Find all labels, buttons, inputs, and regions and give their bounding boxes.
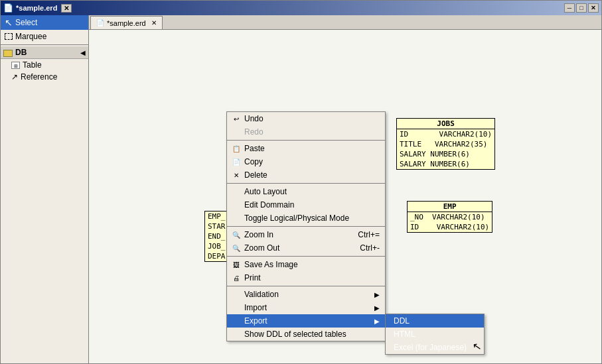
emp-table-header: EMP xyxy=(408,202,492,212)
print-icon: 🖨 xyxy=(231,273,242,283)
main-area: ↖ Select Marquee DB ◀ ⊞ Table ↗ Referenc… xyxy=(1,15,601,363)
sidebar-divider-1 xyxy=(1,44,88,45)
tool-select-label: Select xyxy=(15,18,37,27)
menu-redo-label: Redo xyxy=(244,127,263,137)
export-submenu: DDL HTML Excel (for Japanese) xyxy=(385,314,485,355)
title-bar-close-x[interactable]: ✕ xyxy=(61,4,72,13)
emp-erd-table[interactable]: EMP _NO VARCHAR2(10) ID VARCHAR2(10) xyxy=(407,201,492,233)
menu-auto-layout-label: Auto Layout xyxy=(244,187,287,196)
menu-edit-dommain[interactable]: Edit Dommain xyxy=(227,198,385,212)
undo-icon: ↩ xyxy=(231,113,242,124)
menu-copy-label: Copy xyxy=(244,157,263,166)
menu-save-as-image[interactable]: 🖼 Save As Image xyxy=(227,258,385,271)
emp-row-2: ID VARCHAR2(10) xyxy=(408,222,492,232)
title-bar: 📄 *sample.erd ✕ ─ □ ✕ xyxy=(1,1,601,15)
menu-edit-dommain-label: Edit Dommain xyxy=(244,200,294,210)
sidebar: ↖ Select Marquee DB ◀ ⊞ Table ↗ Referenc… xyxy=(1,15,89,363)
excel-label: Excel (for Japanese) xyxy=(394,343,467,352)
title-bar-icon: 📄 xyxy=(3,3,13,13)
menu-zoom-in-label: Zoom In xyxy=(244,230,273,239)
menu-validation[interactable]: Validation ▶ xyxy=(227,288,385,301)
ddl-label: DDL xyxy=(394,316,410,326)
submenu-ddl[interactable]: DDL xyxy=(386,314,484,328)
menu-delete[interactable]: ✕ Delete xyxy=(227,168,385,182)
menu-export-label: Export xyxy=(244,316,267,326)
menu-print[interactable]: 🖨 Print xyxy=(227,271,385,284)
submenu-html[interactable]: HTML xyxy=(386,328,484,341)
window-controls: ─ □ ✕ xyxy=(564,3,599,13)
export-arrow-icon: ▶ xyxy=(374,318,380,325)
menu-show-ddl[interactable]: Show DDL of selected tables xyxy=(227,328,385,341)
menu-copy[interactable]: 📄 Copy xyxy=(227,155,385,168)
sep-2 xyxy=(227,183,385,184)
zoom-in-shortcut: Ctrl+= xyxy=(344,230,380,239)
maximize-button[interactable]: □ xyxy=(576,3,587,13)
copy-icon: 📄 xyxy=(231,156,242,167)
tab-label: *sample.erd xyxy=(107,19,146,27)
db-folder-icon xyxy=(3,50,13,57)
tool-marquee[interactable]: Marquee xyxy=(1,30,88,43)
sep-1 xyxy=(227,140,385,141)
table-icon: ⊞ xyxy=(11,62,20,69)
save-image-icon: 🖼 xyxy=(231,259,242,270)
show-ddl-icon xyxy=(231,329,242,339)
select-icon: ↖ xyxy=(5,17,13,28)
menu-zoom-out-label: Zoom Out xyxy=(244,243,279,253)
sep-4 xyxy=(227,256,385,257)
sidebar-table-label: Table xyxy=(23,60,42,70)
close-button[interactable]: ✕ xyxy=(588,3,599,13)
jobs-row-3: SALARY NUMBER(6) xyxy=(397,149,494,159)
menu-save-as-image-label: Save As Image xyxy=(244,260,298,269)
db-section-header: DB ◀ xyxy=(1,46,88,59)
tab-icon: 📄 xyxy=(96,19,104,27)
canvas[interactable]: 📄 *sample.erd ✕ JOBS ID VARCHAR2(10) TIT… xyxy=(89,15,601,363)
marquee-icon xyxy=(5,33,13,40)
menu-redo: Redo xyxy=(227,125,385,139)
erd-tab[interactable]: 📄 *sample.erd ✕ xyxy=(90,16,163,29)
zoom-in-icon: 🔍 xyxy=(231,229,242,240)
export-icon xyxy=(231,316,242,326)
paste-icon: 📋 xyxy=(231,143,242,154)
import-icon xyxy=(231,302,242,313)
sep-3 xyxy=(227,226,385,227)
import-arrow-icon: ▶ xyxy=(374,304,380,312)
jobs-row-1: ID VARCHAR2(10) xyxy=(397,129,494,139)
sidebar-item-reference[interactable]: ↗ Reference xyxy=(1,71,88,83)
jobs-table-header: JOBS xyxy=(397,119,494,129)
sep-5 xyxy=(227,286,385,286)
menu-import[interactable]: Import ▶ xyxy=(227,301,385,314)
menu-undo-label: Undo xyxy=(244,114,263,123)
delete-icon: ✕ xyxy=(231,170,242,180)
auto-layout-icon xyxy=(231,186,242,197)
jobs-row-2: TITLE VARCHAR2(35) xyxy=(397,139,494,149)
validation-arrow-icon: ▶ xyxy=(374,291,380,298)
window-title: *sample.erd xyxy=(16,4,57,12)
menu-paste[interactable]: 📋 Paste xyxy=(227,142,385,155)
tab-close-icon[interactable]: ✕ xyxy=(151,19,157,27)
jobs-row-4: SALARY NUMBER(6) xyxy=(397,159,494,169)
sidebar-reference-label: Reference xyxy=(21,72,57,82)
menu-zoom-out[interactable]: 🔍 Zoom Out Ctrl+- xyxy=(227,241,385,255)
sidebar-item-table[interactable]: ⊞ Table xyxy=(1,59,88,71)
menu-export[interactable]: Export ▶ DDL HTML Excel (for Japanese) xyxy=(227,314,385,328)
menu-undo[interactable]: ↩ Undo xyxy=(227,112,385,125)
context-menu: ↩ Undo Redo 📋 Paste 📄 Copy ✕ xyxy=(226,111,386,341)
menu-print-label: Print xyxy=(244,273,261,282)
main-window: 📄 *sample.erd ✕ ─ □ ✕ ↖ Select Marquee xyxy=(0,0,602,364)
menu-delete-label: Delete xyxy=(244,170,267,180)
reference-icon: ↗ xyxy=(11,72,18,82)
toggle-mode-icon xyxy=(231,213,242,223)
menu-toggle-mode-label: Toggle Logical/Physical Mode xyxy=(244,213,349,223)
collapse-icon[interactable]: ◀ xyxy=(80,49,86,56)
submenu-excel[interactable]: Excel (for Japanese) xyxy=(386,341,484,354)
emp-row-1: _NO VARCHAR2(10) xyxy=(408,212,492,222)
tool-marquee-label: Marquee xyxy=(15,32,46,41)
menu-auto-layout[interactable]: Auto Layout xyxy=(227,185,385,198)
jobs-erd-table[interactable]: JOBS ID VARCHAR2(10) TITLE VARCHAR2(35) … xyxy=(396,118,495,170)
menu-import-label: Import xyxy=(244,303,267,312)
minimize-button[interactable]: ─ xyxy=(564,3,575,13)
menu-zoom-in[interactable]: 🔍 Zoom In Ctrl+= xyxy=(227,228,385,241)
tool-select[interactable]: ↖ Select xyxy=(1,15,88,30)
menu-toggle-mode[interactable]: Toggle Logical/Physical Mode xyxy=(227,212,385,225)
menu-show-ddl-label: Show DDL of selected tables xyxy=(244,330,346,339)
